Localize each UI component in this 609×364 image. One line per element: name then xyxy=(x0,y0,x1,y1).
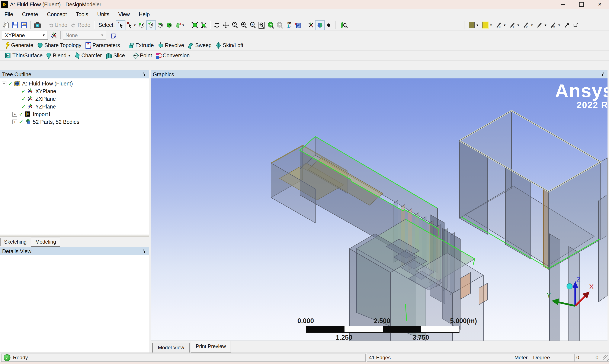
tree-row-zxplane[interactable]: ✓ ZXPlane xyxy=(0,95,149,103)
tree-row-yzplane[interactable]: ✓ YZPlane xyxy=(0,103,149,110)
model-viewport[interactable]: Z X Y Ansys 2022 R1 0.000 2.500 5.000(m)… xyxy=(151,78,608,340)
new-sketch-icon[interactable]: * xyxy=(109,31,118,40)
new-document-icon[interactable] xyxy=(2,21,11,30)
vertex-display-icon[interactable] xyxy=(571,21,580,30)
save-all-icon[interactable] xyxy=(20,21,28,30)
face-color-dropdown[interactable]: ▼ xyxy=(467,21,481,30)
edge-color-dropdown[interactable]: ▼ xyxy=(481,21,494,30)
svg-text:3: 3 xyxy=(540,25,541,28)
zoom-icon[interactable] xyxy=(230,21,239,30)
tree-row-xyplane[interactable]: ✓ XYPlane xyxy=(0,87,149,95)
feature-toolbar: Generate Share Topology PP Parameters Ex… xyxy=(0,40,609,51)
edge-direction-pin-icon[interactable] xyxy=(562,21,571,30)
zoom-in-icon[interactable] xyxy=(239,21,248,30)
isometric-view-icon[interactable]: ISO xyxy=(284,21,293,30)
extend-selection-icon[interactable] xyxy=(190,21,199,30)
thin-surface-button[interactable]: Thin/Surface xyxy=(3,51,44,60)
minimize-button[interactable] xyxy=(554,0,572,9)
edge-type-3-dropdown[interactable]: 3 ▼ xyxy=(535,21,549,30)
tab-sketching[interactable]: Sketching xyxy=(0,238,30,246)
filter-body-icon[interactable] xyxy=(165,21,174,30)
chevron-down-icon: ▼ xyxy=(530,24,533,27)
filter-edge-icon[interactable] xyxy=(146,20,156,30)
pin-icon[interactable] xyxy=(601,71,605,78)
toolbar-separator xyxy=(60,31,61,39)
toolbar-separator xyxy=(129,52,129,60)
brand-version: 2022 R1 xyxy=(555,101,608,110)
pin-icon[interactable] xyxy=(142,71,146,78)
menu-create[interactable]: Create xyxy=(17,11,42,17)
resize-grip[interactable] xyxy=(603,355,609,361)
pin-icon[interactable] xyxy=(142,248,146,254)
window-title: A: Fluid Flow (Fluent) - DesignModeler xyxy=(10,1,101,8)
import-icon xyxy=(25,111,31,117)
sketch-select-combobox[interactable]: None ▼ xyxy=(63,31,106,40)
collapse-icon[interactable]: − xyxy=(2,81,6,86)
select-single-cursor-icon[interactable]: * xyxy=(116,20,125,30)
expand-icon[interactable]: + xyxy=(12,112,17,117)
parameters-button[interactable]: PP Parameters xyxy=(83,41,122,50)
share-topology-button[interactable]: Share Topology xyxy=(35,41,83,50)
zoom-to-fit-icon[interactable] xyxy=(266,21,275,30)
generate-button[interactable]: Generate xyxy=(3,41,35,50)
horizontal-splitter[interactable] xyxy=(0,234,149,237)
menu-tools[interactable]: Tools xyxy=(71,11,93,17)
tab-modeling[interactable]: Modeling xyxy=(31,237,60,247)
redo-button[interactable]: Redo xyxy=(69,21,92,30)
maximize-button[interactable] xyxy=(572,0,591,9)
filter-vertex-icon[interactable] xyxy=(137,21,146,30)
adjacent-select-dropdown-icon[interactable]: ▼ xyxy=(174,21,186,30)
edge-type-2-dropdown[interactable]: 2 ▼ xyxy=(521,21,535,30)
tree-row-root[interactable]: − ✓ A: Fluid Flow (Fluent) xyxy=(0,80,149,87)
extrude-button[interactable]: Extrude xyxy=(126,41,156,50)
magnifier-window-icon[interactable] xyxy=(248,21,257,30)
display-model-icon[interactable] xyxy=(315,20,325,30)
look-at-face-icon[interactable] xyxy=(338,21,351,30)
tree-row-import1[interactable]: + ✓ Import1 xyxy=(0,110,149,118)
filter-face-icon[interactable] xyxy=(156,21,165,30)
menu-units[interactable]: Units xyxy=(93,11,114,17)
skinloft-button[interactable]: Skin/Loft xyxy=(213,41,245,50)
revolve-button[interactable]: Revolve xyxy=(156,41,186,50)
undo-button[interactable]: Undo xyxy=(46,21,69,30)
new-plane-icon[interactable] xyxy=(50,31,58,40)
display-points-icon[interactable] xyxy=(325,21,334,30)
close-button[interactable]: ✕ xyxy=(591,0,609,9)
tab-model-view[interactable]: Model View xyxy=(152,343,190,353)
point-label: Point xyxy=(140,52,152,59)
tab-print-preview[interactable]: Print Preview xyxy=(191,341,231,353)
conversion-button[interactable]: Conversion xyxy=(154,51,191,60)
select-label: Select: xyxy=(98,22,115,28)
chamfer-button[interactable]: Chamfer xyxy=(72,51,104,60)
extrude-icon xyxy=(128,42,135,49)
box-zoom-icon[interactable] xyxy=(257,21,266,30)
plane-display-icon[interactable] xyxy=(293,21,302,30)
select-mode-dropdown-icon[interactable]: ▼ xyxy=(125,21,137,30)
plane-axis-icon[interactable] xyxy=(306,21,315,30)
extend-to-limits-icon[interactable] xyxy=(199,21,208,30)
edge-type-1-dropdown[interactable]: 1 ▼ xyxy=(508,21,522,30)
previous-view-icon[interactable] xyxy=(275,21,284,30)
details-view-body xyxy=(0,255,149,353)
menu-concept[interactable]: Concept xyxy=(42,11,71,17)
edge-type-x-dropdown[interactable]: x ▼ xyxy=(549,21,562,30)
sweep-button[interactable]: Sweep xyxy=(186,41,213,50)
point-button[interactable]: Point xyxy=(131,51,154,60)
save-icon[interactable] xyxy=(11,21,20,30)
slice-button[interactable]: Slice xyxy=(103,51,126,60)
app-logo-icon xyxy=(1,1,8,8)
plane-select-combobox[interactable]: XYPlane ▼ xyxy=(2,31,48,40)
chevron-down-icon: ▼ xyxy=(68,54,71,57)
expand-icon[interactable]: + xyxy=(12,119,17,124)
ruler-bar xyxy=(306,326,460,333)
blend-button[interactable]: Blend ▼ xyxy=(44,51,72,60)
menu-file[interactable]: File xyxy=(0,11,17,17)
tree-row-parts-bodies[interactable]: + ✓ 52 Parts, 52 Bodies xyxy=(0,118,149,126)
rotate-view-icon[interactable] xyxy=(213,21,221,30)
screenshot-icon[interactable] xyxy=(33,21,42,30)
menu-view[interactable]: View xyxy=(114,11,134,17)
pan-icon[interactable] xyxy=(221,21,230,30)
triad-y-label: Y xyxy=(546,291,551,299)
edge-type-0-dropdown[interactable]: 0 ▼ xyxy=(494,21,508,30)
menu-help[interactable]: Help xyxy=(134,11,154,17)
